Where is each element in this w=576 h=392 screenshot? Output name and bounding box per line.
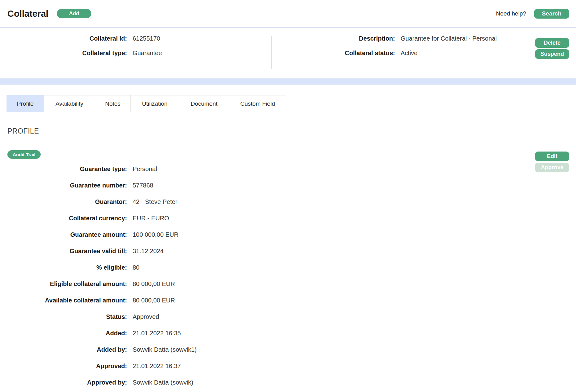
collateral-id-label: Collateral Id: — [0, 34, 127, 42]
tab-notes[interactable]: Notes — [95, 95, 131, 112]
tab-availability[interactable]: Availability — [44, 95, 95, 112]
collateral-status-label: Collateral status: — [276, 49, 395, 57]
field-row: Approved: 21.01.2022 16:37 — [0, 362, 576, 370]
field-label: Added by: — [0, 346, 127, 354]
audit-trail-button[interactable]: Audit Trail — [7, 150, 41, 159]
section-band — [0, 78, 576, 85]
field-row: Available collateral amount: 80 000,00 E… — [0, 296, 576, 304]
field-label: Guarantee amount: — [0, 231, 127, 239]
field-row: Status: Approved — [0, 313, 576, 321]
collateral-type-value: Guarantee — [133, 49, 162, 57]
field-value: Approved — [133, 313, 159, 321]
field-row: Guarantee amount: 100 000,00 EUR — [0, 231, 576, 239]
field-label: Added: — [0, 329, 127, 337]
field-value: Sowvik Datta (sowvik) — [133, 378, 193, 386]
collateral-id-value: 61255170 — [133, 34, 160, 42]
description-row: Description: Guarantee for Collateral - … — [276, 34, 497, 42]
description-label: Description: — [276, 34, 395, 42]
collateral-id-row: Collateral Id: 61255170 — [0, 34, 162, 42]
collateral-summary: Collateral Id: 61255170 Collateral type:… — [0, 28, 576, 70]
add-button[interactable]: Add — [57, 9, 91, 18]
profile-body: Audit Trail Edit Approve Guarantee type:… — [0, 140, 576, 386]
field-label: Guarantee number: — [0, 181, 127, 189]
field-value: 80 000,00 EUR — [133, 296, 175, 304]
field-value: Personal — [133, 165, 157, 173]
description-value: Guarantee for Collateral - Personal — [401, 34, 497, 42]
field-label: Eligible collateral amount: — [0, 280, 127, 288]
need-help-link[interactable]: Need help? — [496, 10, 526, 17]
field-value: 42 - Steve Peter — [133, 198, 178, 206]
collateral-status-value: Active — [401, 49, 417, 57]
field-label: Approved by: — [0, 378, 127, 386]
field-label: Guarantor: — [0, 198, 127, 206]
field-label: % eligible: — [0, 263, 127, 271]
profile-actions: Edit Approve — [535, 152, 569, 172]
page-header: Collateral Add Need help? Search — [0, 0, 576, 28]
tab-custom-field[interactable]: Custom Field — [229, 95, 286, 112]
field-value: 577868 — [133, 181, 153, 189]
profile-fields: Guarantee type: Personal Guarantee numbe… — [0, 165, 576, 386]
profile-section-title: PROFILE — [7, 127, 576, 135]
field-row: Guarantee valid till: 31.12.2024 — [0, 247, 576, 255]
tab-document[interactable]: Document — [179, 95, 229, 112]
field-row: Guarantee number: 577868 — [0, 181, 576, 189]
field-label: Collateral currency: — [0, 214, 127, 222]
suspend-button[interactable]: Suspend — [535, 49, 569, 59]
approve-button: Approve — [535, 163, 569, 172]
field-label: Available collateral amount: — [0, 296, 127, 304]
tab-profile[interactable]: Profile — [7, 95, 44, 112]
field-value: 80 — [133, 263, 139, 271]
field-label: Guarantee valid till: — [0, 247, 127, 255]
field-value: 21.01.2022 16:35 — [133, 329, 181, 337]
collateral-status-row: Collateral status: Active — [276, 49, 497, 57]
field-row: Guarantor: 42 - Steve Peter — [0, 198, 576, 206]
field-value: Sowvik Datta (sowvik1) — [133, 346, 197, 354]
edit-button[interactable]: Edit — [535, 152, 569, 161]
field-value: 21.01.2022 16:37 — [133, 362, 181, 370]
tab-utilization[interactable]: Utilization — [130, 95, 179, 112]
tab-bar: Profile Availability Notes Utilization D… — [7, 95, 576, 112]
field-row: Approved by: Sowvik Datta (sowvik) — [0, 378, 576, 386]
collateral-type-row: Collateral type: Guarantee — [0, 49, 162, 57]
field-value: 31.12.2024 — [133, 247, 164, 255]
delete-button[interactable]: Delete — [535, 38, 569, 48]
summary-left-group: Collateral Id: 61255170 Collateral type:… — [0, 34, 162, 64]
field-label: Approved: — [0, 362, 127, 370]
search-button[interactable]: Search — [534, 9, 569, 19]
summary-actions: Delete Suspend — [535, 38, 569, 59]
field-label: Guarantee type: — [0, 165, 127, 173]
field-row: Added by: Sowvik Datta (sowvik1) — [0, 346, 576, 354]
field-row: Added: 21.01.2022 16:35 — [0, 329, 576, 337]
summary-divider — [271, 36, 272, 69]
field-row: Guarantee type: Personal — [0, 165, 576, 173]
field-row: % eligible: 80 — [0, 263, 576, 271]
field-value: 100 000,00 EUR — [133, 231, 178, 239]
field-label: Status: — [0, 313, 127, 321]
field-value: 80 000,00 EUR — [133, 280, 175, 288]
summary-right-group: Description: Guarantee for Collateral - … — [276, 34, 497, 64]
collateral-type-label: Collateral type: — [0, 49, 127, 57]
field-row: Collateral currency: EUR - EURO — [0, 214, 576, 222]
page-title: Collateral — [7, 9, 48, 19]
field-value: EUR - EURO — [133, 214, 169, 222]
field-row: Eligible collateral amount: 80 000,00 EU… — [0, 280, 576, 288]
